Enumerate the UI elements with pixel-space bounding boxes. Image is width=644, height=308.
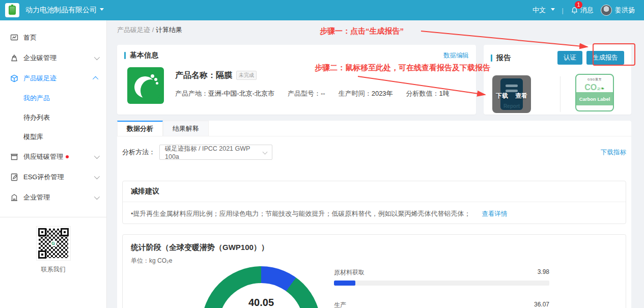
user-avatar xyxy=(601,5,612,16)
product-fields: 产品产地：亚洲-中国-北京-北京市 产品型号：-- 生产时间：2023年 分析数… xyxy=(175,89,450,98)
qr-center-logo: G xyxy=(50,240,57,246)
company-logo xyxy=(5,3,19,17)
breadcrumb-separator: / xyxy=(152,26,154,34)
tab-result-explanation[interactable]: 结果解释 xyxy=(163,121,209,136)
tab-bar: 数据分析 结果解释 xyxy=(117,121,631,136)
messages-button[interactable]: 1 消息 xyxy=(571,6,594,15)
analysis-panel: 数据分析 结果解释 分析方法： 碳足迹指标 / IPCC 2021 GWP 10… xyxy=(117,121,631,308)
bar-value: 36.07 xyxy=(534,301,549,308)
notification-dot xyxy=(66,155,69,158)
sidebar-subitem-label: 我的产品 xyxy=(23,94,50,103)
sidebar-item-enterprise-carbon[interactable]: 企业碳管理 xyxy=(0,48,106,68)
view-details-link[interactable]: 查看详情 xyxy=(482,210,507,217)
document-edit-icon xyxy=(10,173,18,181)
battery-leaf-icon xyxy=(9,6,16,15)
field-label: 产品产地： xyxy=(175,90,208,97)
sidebar-item-model-library[interactable]: 模型库 xyxy=(0,127,106,147)
header-divider: | xyxy=(562,7,564,14)
sidebar-item-label: ESG评价管理 xyxy=(23,173,64,182)
user-menu[interactable]: 姜洪扬 xyxy=(601,5,635,16)
analysis-method-row: 分析方法： 碳足迹指标 / IPCC 2021 GWP 100a 下载指标 xyxy=(122,145,626,160)
message-badge: 1 xyxy=(575,1,582,9)
username: 姜洪扬 xyxy=(615,6,635,15)
breadcrumb-parent[interactable]: 产品碳足迹 xyxy=(117,26,150,34)
product-name-value: 隔膜 xyxy=(216,71,232,79)
sidebar-item-label: 企业碳管理 xyxy=(23,53,57,63)
field-value: 1吨 xyxy=(439,90,450,97)
analysis-method-value: 碳足迹指标 / IPCC 2021 GWP 100a xyxy=(165,145,259,160)
sidebar-item-label: 供应链碳管理 xyxy=(23,152,63,161)
sidebar-subitem-label: 模型库 xyxy=(23,132,43,142)
bar-row: 原材料获取 3.98 xyxy=(334,268,549,277)
chevron-down-icon xyxy=(263,150,268,155)
sidebar-item-my-products[interactable]: 我的产品 xyxy=(0,89,106,108)
chart-title: 统计阶段（全球变暖潜势（GWP100）） xyxy=(123,235,626,253)
contact-qr-code: G xyxy=(37,227,70,260)
top-header-bar: 动力电池制品有限公司 中文 | 1 消息 姜洪扬 xyxy=(0,0,644,20)
field-label: 分析数值： xyxy=(406,90,439,97)
analysis-method-select[interactable]: 碳足迹指标 / IPCC 2021 GWP 100a xyxy=(159,145,272,160)
field-value: -- xyxy=(321,90,325,97)
contact-us-label: 联系我们 xyxy=(0,265,106,274)
sidebar-item-supply-chain[interactable]: 供应链碳管理 xyxy=(0,147,106,167)
download-indicator-link[interactable]: 下载指标 xyxy=(601,148,626,157)
report-title: 报告 xyxy=(496,53,511,63)
view-report-link[interactable]: 查看 xyxy=(515,92,527,100)
sidebar-item-home[interactable]: 首页 xyxy=(0,27,106,48)
data-edit-link[interactable]: 数据编辑 xyxy=(443,51,469,60)
sidebar-item-product-footprint[interactable]: 产品碳足迹 xyxy=(0,68,106,89)
shop-icon xyxy=(10,153,18,161)
caret-down-icon xyxy=(551,8,555,13)
stats-stage-card: 统计阶段（全球变暖潜势（GWP100）） 单位：kg CO₂e 40.05 原材… xyxy=(122,234,626,308)
donut-total-value: 40.05 xyxy=(210,297,312,308)
reduction-suggestion-card: 减排建议 •提升再生金属材料应用比例；应用绿色电力；节能技改与能效提升；低碳原料… xyxy=(122,181,626,224)
breadcrumb: 产品碳足迹 / 计算结果 xyxy=(117,25,182,35)
home-icon xyxy=(10,34,18,42)
bar-fill xyxy=(334,281,355,286)
breadcrumb-current: 计算结果 xyxy=(156,26,182,34)
company-name[interactable]: 动力电池制品有限公司 xyxy=(25,6,97,15)
suggestion-title: 减排建议 xyxy=(123,181,626,202)
sidebar-item-label: 产品碳足迹 xyxy=(23,74,57,83)
field-label: 生产时间： xyxy=(339,90,372,97)
scale-icon xyxy=(10,54,18,62)
chart-unit-label: 单位：kg CO₂e xyxy=(123,253,626,265)
product-logo xyxy=(127,67,164,104)
language-switcher[interactable]: 中文 xyxy=(533,6,555,15)
status-badge: 未完成 xyxy=(236,71,257,80)
sidebar-item-todo-list[interactable]: 待办列表 xyxy=(0,108,106,127)
report-word: Report xyxy=(492,103,531,109)
field-value: 亚洲-中国-北京-北京市 xyxy=(208,90,274,97)
sidebar-item-enterprise-mgmt[interactable]: 企业管理 xyxy=(0,187,106,208)
download-report-link[interactable]: 下载 xyxy=(496,92,508,100)
report-thumbnail[interactable]: 下载 查看 Report xyxy=(492,75,531,113)
messages-label: 消息 xyxy=(580,6,594,15)
field-value: 2023年 xyxy=(372,90,393,97)
caret-down-icon[interactable] xyxy=(100,8,104,13)
card-accent-bar xyxy=(124,52,126,59)
bar-category: 生产 xyxy=(334,301,346,308)
carbon-label-thumbnail[interactable]: GSG普方 CO₂❧ Carbon Label xyxy=(575,74,614,111)
chevron-down-icon xyxy=(94,194,100,200)
co2-icon: CO₂❧ xyxy=(576,83,613,92)
sidebar-divider xyxy=(0,217,106,217)
language-label: 中文 xyxy=(533,6,546,14)
basic-info-title: 基本信息 xyxy=(130,51,158,60)
certify-button[interactable]: 认证 xyxy=(557,51,582,65)
bar-row: 生产 36.07 xyxy=(334,301,549,308)
suggestion-content: •提升再生金属材料应用比例；应用绿色电力；节能技改与能效提升；低碳原料替代，例如… xyxy=(131,210,471,217)
generate-report-button[interactable]: 生成报告 xyxy=(586,51,624,65)
basic-info-card: 基本信息 数据编辑 产品名称：隔膜未完成 产品产地：亚洲-中国-北京-北京市 产… xyxy=(117,45,476,115)
tab-data-analysis[interactable]: 数据分析 xyxy=(117,121,163,136)
sidebar-item-label: 企业管理 xyxy=(23,193,50,202)
field-label: 产品型号： xyxy=(288,90,321,97)
sidebar-item-esg[interactable]: ESG评价管理 xyxy=(0,167,106,187)
chevron-down-icon xyxy=(94,54,100,60)
step1-annotation: 步骤一：点击“生成报告” xyxy=(320,26,404,36)
chevron-down-icon xyxy=(94,153,100,159)
sidebar-subitem-label: 待办列表 xyxy=(23,113,50,122)
product-name-label: 产品名称： xyxy=(175,71,216,79)
bar-track xyxy=(334,281,549,286)
chevron-down-icon xyxy=(94,174,100,179)
leaf-icon: ❧ xyxy=(600,86,604,91)
